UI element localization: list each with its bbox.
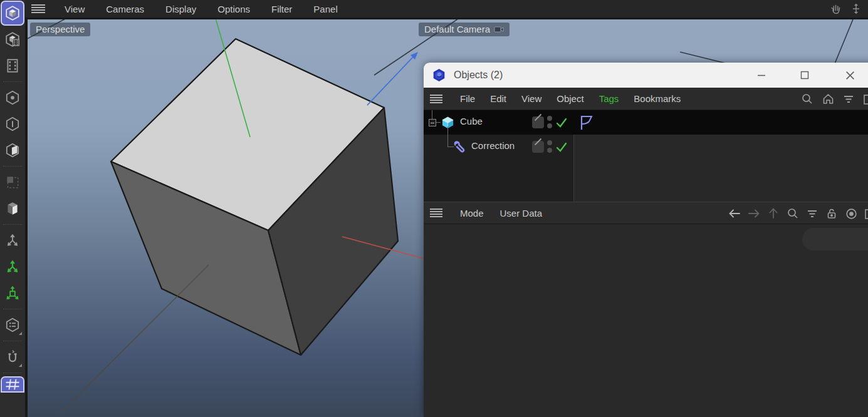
objects-hamburger-icon[interactable]	[430, 95, 442, 103]
track-selection-button[interactable]	[844, 206, 859, 221]
close-icon	[845, 71, 855, 80]
minimize-button[interactable]	[748, 63, 775, 88]
axis-gray-icon	[4, 232, 21, 249]
cube-plane-icon	[4, 200, 21, 217]
tree-connector	[436, 122, 441, 123]
attribute-filter-button[interactable]	[805, 206, 820, 221]
menu-object[interactable]: Object	[549, 93, 591, 104]
camera-label-text: Default Camera	[424, 24, 490, 34]
object-tree: Cube Correction	[424, 110, 868, 202]
dolly-camera-icon[interactable]	[848, 1, 864, 16]
tweak-mode-button[interactable]	[1, 170, 24, 194]
render-picture-viewer-icon	[4, 31, 21, 48]
plane-mode-button[interactable]	[1, 138, 24, 162]
menu-bookmarks[interactable]: Bookmarks	[626, 93, 688, 104]
toolbar-divider	[3, 373, 22, 373]
snap-magnet-button[interactable]	[1, 345, 24, 369]
lock-button[interactable]	[824, 206, 839, 221]
menu-view[interactable]: View	[54, 4, 95, 14]
lock-icon	[825, 207, 838, 220]
menu-options[interactable]: Options	[207, 4, 261, 14]
render-settings-icon	[4, 58, 21, 74]
viewport-menu-bar: View Cameras Display Options Filter Pane…	[25, 0, 868, 18]
viewport-filter-button[interactable]	[1, 313, 24, 337]
attribute-hamburger-icon[interactable]	[430, 209, 442, 217]
objects-menu-bar: File Edit View Object Tags Bookmarks	[424, 88, 868, 110]
axis-workplane-button[interactable]	[1, 281, 24, 305]
close-button[interactable]	[836, 63, 864, 88]
polygon-mode-button[interactable]	[1, 197, 24, 220]
attribute-detach-panel-button[interactable]	[863, 206, 868, 221]
render-view-button[interactable]	[1, 1, 24, 25]
attribute-search-button[interactable]	[785, 206, 800, 221]
objects-manager-window: Objects (2) File Edit View Object Tags B…	[424, 63, 868, 417]
menu-user-data[interactable]: User Data	[492, 208, 551, 219]
history-forward-button[interactable]	[746, 206, 761, 221]
object-label[interactable]: Correction	[471, 140, 515, 151]
history-back-button[interactable]	[727, 206, 742, 221]
editor-visibility-toggle[interactable]	[532, 141, 544, 153]
menu-mode[interactable]: Mode	[452, 208, 492, 219]
visibility-dots[interactable]	[547, 116, 552, 128]
detach-panel-button[interactable]	[862, 91, 868, 106]
pan-hand-icon[interactable]	[828, 1, 844, 16]
cube-axis-green-icon	[4, 285, 21, 301]
menu-panel[interactable]: Panel	[303, 4, 348, 14]
correction-tag-icon[interactable]	[578, 114, 595, 131]
search-icon	[787, 207, 799, 220]
arrow-up-icon	[767, 207, 780, 220]
toolbar-divider	[3, 166, 22, 167]
menu-cameras[interactable]: Cameras	[95, 4, 155, 14]
toolbar-divider	[3, 224, 22, 225]
view-label-text: Perspective	[36, 24, 85, 34]
submenu-corner-icon	[19, 332, 22, 335]
menu-file[interactable]: File	[452, 93, 483, 104]
object-row-correction[interactable]: Correction	[424, 135, 868, 159]
attribute-field-placeholder[interactable]	[802, 228, 868, 250]
grid-cross-icon	[4, 378, 21, 391]
home-button[interactable]	[820, 91, 835, 106]
tweak-select-icon	[4, 174, 21, 190]
render-to-picture-viewer-button[interactable]	[1, 28, 24, 51]
detach-panel-icon	[863, 93, 868, 105]
collapse-toggle[interactable]	[429, 119, 436, 126]
minimize-icon	[757, 71, 766, 80]
object-row-cube[interactable]: Cube	[424, 110, 868, 135]
menu-filter[interactable]: Filter	[261, 4, 303, 14]
filter-icon	[806, 207, 818, 220]
objects-toolbar-icons	[800, 88, 868, 110]
viewport-hamburger-icon[interactable]	[31, 4, 45, 13]
app-window: { "topbar": { "items": ["View", "Cameras…	[0, 0, 868, 417]
home-icon	[822, 93, 835, 105]
enabled-check-icon[interactable]	[555, 116, 568, 130]
maximize-button[interactable]	[791, 63, 818, 88]
object-axis-mode-button[interactable]	[1, 229, 24, 252]
window-title: Objects (2)	[454, 70, 503, 81]
menu-view-objects[interactable]: View	[514, 93, 549, 104]
attribute-toolbar-icons	[727, 202, 868, 225]
menu-tags[interactable]: Tags	[592, 93, 627, 104]
magnet-icon	[4, 349, 21, 365]
wrench-deformer-icon[interactable]	[452, 139, 468, 154]
menu-edit[interactable]: Edit	[483, 93, 514, 104]
menu-display[interactable]: Display	[155, 4, 207, 14]
submenu-corner-icon	[19, 364, 22, 367]
camera-label[interactable]: Default Camera	[419, 23, 510, 36]
enabled-check-icon[interactable]	[555, 140, 568, 154]
new-material-button[interactable]	[1, 86, 24, 110]
camera-icon	[494, 25, 504, 33]
go-up-button[interactable]	[766, 206, 781, 221]
view-label[interactable]: Perspective	[30, 23, 90, 36]
tree-connector	[447, 126, 448, 147]
visibility-dots[interactable]	[547, 140, 552, 153]
editor-visibility-toggle[interactable]	[532, 116, 544, 128]
object-label[interactable]: Cube	[460, 116, 483, 126]
enable-axis-button[interactable]	[1, 255, 24, 279]
workplane-button[interactable]	[1, 377, 24, 392]
edit-render-settings-button[interactable]	[1, 54, 24, 78]
filter-button[interactable]	[841, 91, 856, 106]
search-button[interactable]	[800, 91, 815, 106]
window-titlebar[interactable]: Objects (2)	[424, 63, 868, 88]
record-circle-icon	[845, 207, 858, 220]
shading-mode-button[interactable]	[1, 112, 24, 136]
